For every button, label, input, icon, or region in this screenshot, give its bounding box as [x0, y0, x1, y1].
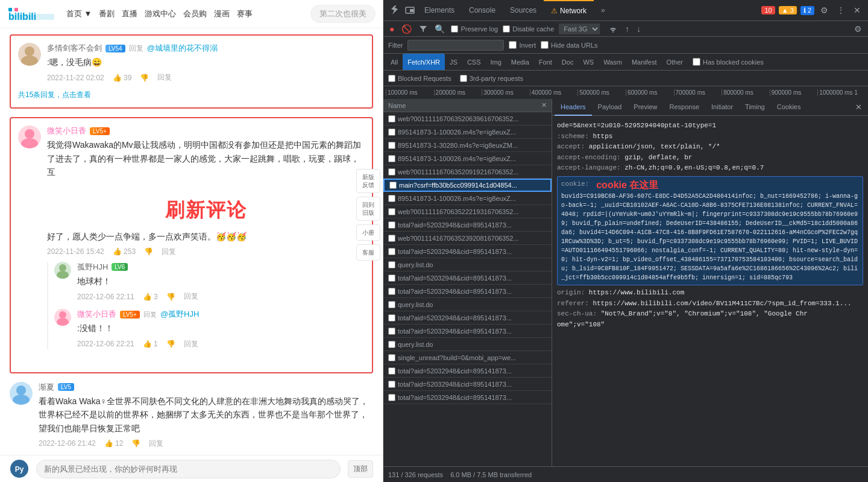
- req-item-11[interactable]: query.list.do: [383, 258, 552, 271]
- nav-home[interactable]: 首页 ▼: [66, 7, 92, 21]
- req-item-6[interactable]: 895141873-1-100026.m4s?e=ig8euxZ...: [383, 192, 552, 205]
- req-item-2[interactable]: 895141873-1-30280.m4s?e=ig8euxZM...: [383, 139, 552, 152]
- req-item-17[interactable]: query.list.do: [383, 338, 552, 351]
- req-item-3[interactable]: 895141873-1-100026.m4s?e=ig8euxZ...: [383, 152, 552, 165]
- wifi-icon[interactable]: [607, 23, 619, 35]
- filter-input[interactable]: [407, 40, 504, 51]
- req-item-21[interactable]: total?aid=52032948&cid=895141873...: [383, 391, 552, 404]
- req-checkbox-8[interactable]: [388, 221, 395, 229]
- req-checkbox-20[interactable]: [388, 381, 395, 388]
- nav-shop[interactable]: 会员购: [183, 7, 207, 21]
- dislike-btn-1[interactable]: 👎: [140, 74, 149, 82]
- bili-logo[interactable]: bilibili: [7, 5, 57, 22]
- sub-reply-2[interactable]: 回复: [184, 339, 198, 349]
- top-button[interactable]: 顶部: [348, 460, 373, 478]
- more-options-icon[interactable]: ⋮: [834, 3, 848, 17]
- tab-more[interactable]: »: [594, 0, 612, 21]
- tab-console[interactable]: Console: [462, 0, 503, 21]
- tab-network[interactable]: ⚠ Network: [544, 0, 594, 21]
- disable-cache-checkbox[interactable]: [503, 25, 510, 33]
- req-checkbox-19[interactable]: [388, 367, 395, 375]
- sub-dislike-2[interactable]: 👎: [166, 340, 175, 348]
- sub-like-2[interactable]: 👍 1: [143, 340, 158, 348]
- close-details-btn[interactable]: ✕: [541, 101, 547, 109]
- sub-dislike-1[interactable]: 👎: [166, 293, 175, 301]
- download-icon[interactable]: ↓: [635, 23, 642, 35]
- req-item-8[interactable]: total?aid=52032948&cid=895141873...: [383, 218, 552, 232]
- req-checkbox-12[interactable]: [388, 274, 395, 282]
- invert-checkbox[interactable]: [509, 41, 517, 49]
- invert-label[interactable]: Invert: [509, 41, 536, 49]
- blocked-requests-checkbox[interactable]: [388, 75, 395, 82]
- detail-tab-timing[interactable]: Timing: [739, 99, 771, 116]
- reply-btn-1[interactable]: 回复: [157, 72, 172, 83]
- dislike-jiaxia[interactable]: 👎: [131, 439, 140, 448]
- req-checkbox-1[interactable]: [388, 128, 395, 136]
- type-ws[interactable]: WS: [578, 54, 599, 71]
- detail-tab-payload[interactable]: Payload: [592, 99, 628, 116]
- like-main[interactable]: 👍 253: [113, 247, 136, 256]
- like-jiaxia[interactable]: 👍 12: [104, 439, 124, 448]
- new-feedback-btn[interactable]: 新版反馈: [356, 169, 380, 193]
- req-item-19[interactable]: total?aid=52032948&cid=895141873...: [383, 364, 552, 378]
- reply-main[interactable]: 回复: [162, 247, 176, 257]
- req-item-13[interactable]: total?aid=52032948&cid=895141873...: [383, 285, 552, 298]
- nav-game[interactable]: 游戏中心: [145, 7, 176, 21]
- settings-icon[interactable]: ⚙: [818, 3, 831, 17]
- req-checkbox-14[interactable]: [388, 301, 395, 308]
- req-item-18[interactable]: single_unread?build=0&mobi_app=we...: [383, 351, 552, 364]
- sub-reply-1[interactable]: 回复: [184, 291, 198, 302]
- sub-like-1[interactable]: 👍 3: [143, 293, 158, 301]
- inspect-icon[interactable]: [388, 3, 403, 17]
- type-img[interactable]: Img: [486, 54, 506, 71]
- req-item-7[interactable]: web?001111167063522219316706352...: [383, 205, 552, 218]
- sub-reply-to-2[interactable]: @孤野HJH: [160, 309, 199, 320]
- req-checkbox-13[interactable]: [388, 288, 395, 295]
- detail-tab-preview[interactable]: Preview: [627, 99, 663, 116]
- req-checkbox-4[interactable]: [388, 168, 395, 176]
- bili-search-box[interactable]: 第二次也很美: [310, 5, 376, 23]
- hide-data-checkbox[interactable]: [541, 41, 549, 49]
- type-js[interactable]: JS: [445, 54, 462, 71]
- hide-data-label[interactable]: Hide data URLs: [541, 41, 598, 49]
- see-more-1[interactable]: 共15条回复，点击查看: [18, 90, 365, 100]
- close-devtools-icon[interactable]: ✕: [851, 3, 863, 17]
- type-other[interactable]: Other: [661, 54, 688, 71]
- req-checkbox-5[interactable]: [389, 182, 397, 189]
- req-checkbox-3[interactable]: [388, 155, 395, 162]
- dislike-main[interactable]: 👎: [144, 247, 153, 256]
- req-item-0[interactable]: web?001111167063520639616706352...: [383, 112, 552, 125]
- req-checkbox-10[interactable]: [388, 248, 395, 255]
- req-checkbox-2[interactable]: [388, 142, 395, 149]
- type-css[interactable]: CSS: [462, 54, 486, 71]
- req-checkbox-11[interactable]: [388, 261, 395, 268]
- tab-elements[interactable]: Elements: [417, 0, 462, 21]
- req-checkbox-18[interactable]: [388, 354, 395, 361]
- detail-close-btn[interactable]: ✕: [852, 99, 866, 115]
- nav-bangumi[interactable]: 番剧: [99, 7, 115, 21]
- third-party-label[interactable]: 3rd-party requests: [460, 75, 523, 82]
- responsive-icon[interactable]: [403, 3, 417, 17]
- third-party-checkbox[interactable]: [460, 75, 467, 82]
- settings-network-icon[interactable]: ⚙: [853, 23, 863, 35]
- tab-sources[interactable]: Sources: [503, 0, 544, 21]
- reply-jiaxia[interactable]: 回复: [149, 439, 163, 449]
- req-checkbox-16[interactable]: [388, 328, 395, 335]
- nav-live[interactable]: 直播: [122, 7, 137, 21]
- throttle-select[interactable]: Fast 3G: [559, 24, 600, 34]
- req-item-5[interactable]: main?csrf=ffb30b5cc099914c1d04854...: [383, 179, 552, 192]
- req-checkbox-15[interactable]: [388, 314, 395, 322]
- like-btn-1[interactable]: 👍 39: [113, 74, 132, 82]
- nav-manga[interactable]: 漫画: [214, 7, 230, 21]
- req-item-15[interactable]: total?aid=52032948&cid=895141873...: [383, 311, 552, 325]
- blocked-requests-label[interactable]: Blocked Requests: [388, 75, 451, 82]
- req-checkbox-9[interactable]: [388, 235, 395, 242]
- disable-cache-label[interactable]: Disable cache: [503, 25, 554, 33]
- type-manifest[interactable]: Manifest: [627, 54, 662, 71]
- req-checkbox-21[interactable]: [388, 394, 395, 401]
- detail-tab-cookies[interactable]: Cookies: [771, 99, 807, 116]
- req-checkbox-17[interactable]: [388, 341, 395, 348]
- type-doc[interactable]: Doc: [557, 54, 579, 71]
- req-item-20[interactable]: total?aid=52032948&cid=895141873...: [383, 378, 552, 391]
- req-checkbox-7[interactable]: [388, 208, 395, 215]
